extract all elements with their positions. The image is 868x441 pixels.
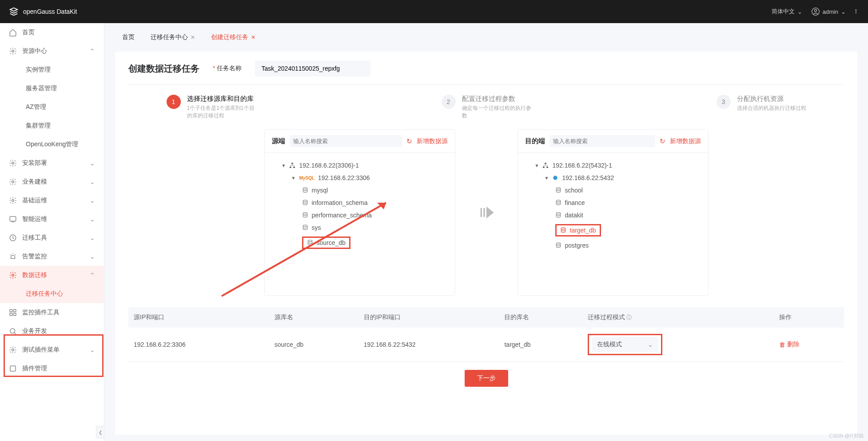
svg-point-21 — [303, 212, 307, 214]
refresh-icon[interactable]: ↻ — [406, 137, 412, 145]
svg-rect-11 — [10, 313, 12, 316]
step-title: 分配执行机资源 — [737, 95, 806, 103]
add-source-link[interactable]: 新增数据源 — [417, 137, 448, 145]
sidebar-item-biz-dev[interactable]: 业务开发 — [0, 322, 104, 341]
target-search-input[interactable] — [549, 135, 655, 147]
chevron-icon: ⌄ — [90, 216, 95, 223]
sidebar-collapse-handle[interactable]: ❮ — [96, 426, 104, 438]
database-icon — [302, 200, 308, 206]
tab-task-center-tab[interactable]: 迁移任务中心✕ — [143, 29, 202, 45]
source-db-node[interactable]: performance_schema — [274, 209, 450, 221]
brand: openGauss DataKit — [9, 7, 77, 16]
chevron-down-icon: ⌄ — [841, 8, 846, 15]
database-icon — [302, 187, 308, 193]
sidebar-item-biz-model[interactable]: 业务建模⌄ — [0, 172, 104, 191]
sidebar-item-resources[interactable]: 资源中心⌃ — [0, 42, 104, 60]
mode-select[interactable]: 在线模式 ⌄ — [592, 337, 658, 352]
user-label: admin — [823, 8, 838, 15]
db-label: performance_schema — [312, 212, 372, 219]
task-name-label: 任务名称 — [213, 64, 242, 72]
menu-icon — [9, 327, 17, 335]
target-host-node[interactable]: ▼ 192.168.6.22(5432)-1 — [527, 159, 704, 172]
sidebar-item-label: 安装部署 — [22, 159, 47, 167]
chevron-icon: ⌄ — [90, 346, 95, 353]
sidebar-item-instance[interactable]: 实例管理 — [0, 60, 104, 79]
sidebar-item-label: 资源中心 — [22, 47, 47, 55]
db-label: information_schema — [312, 199, 368, 206]
sidebar-item-server[interactable]: 服务器管理 — [0, 79, 104, 98]
target-db-node[interactable]: postgres — [527, 239, 704, 252]
db-label: target_db — [570, 227, 596, 234]
task-name-input[interactable] — [255, 60, 370, 76]
sidebar-item-az[interactable]: AZ管理 — [0, 98, 104, 116]
source-db-node[interactable]: sys — [274, 221, 450, 234]
cell-src-ip: 192.168.6.22:3306 — [128, 328, 269, 362]
source-db-node[interactable]: source_db — [274, 234, 450, 252]
sidebar-item-label: 基础运维 — [22, 196, 47, 204]
target-db-node[interactable]: school — [527, 184, 704, 196]
step-1: 1选择迁移源库和目的库1个子任务是1个源库到1个目的库的迁移过程 — [167, 95, 258, 120]
sidebar-item-plugin-mgmt[interactable]: 插件管理 — [0, 359, 104, 378]
sidebar-item-test-plugin[interactable]: 测试插件菜单⌄ — [0, 341, 104, 359]
sitemap-icon — [542, 162, 549, 168]
step-desc: 1个子任务是1个源库到1个目的库的迁移过程 — [187, 104, 258, 120]
step-title: 选择迁移源库和目的库 — [187, 95, 258, 103]
mode-value: 在线模式 — [597, 341, 622, 349]
database-icon — [555, 242, 561, 249]
menu-icon — [9, 365, 17, 373]
delete-button[interactable]: 🗑删除 — [779, 341, 800, 349]
sidebar-item-smart-ops[interactable]: 智能运维⌄ — [0, 210, 104, 229]
sidebar-item-alarm[interactable]: 告警监控⌄ — [0, 247, 104, 266]
sidebar-item-deploy[interactable]: 安装部署⌄ — [0, 154, 104, 172]
sidebar-item-migrate-tools[interactable]: 迁移工具⌄ — [0, 229, 104, 247]
add-target-link[interactable]: 新增数据源 — [670, 137, 701, 145]
svg-point-14 — [12, 349, 14, 351]
source-target-panels: 源端 ↻ 新增数据源 ▼ 192.168.6.22(3306)-1 ▼ — [128, 129, 844, 296]
sidebar-item-openlookeng[interactable]: OpenLooKeng管理 — [0, 135, 104, 154]
menu-icon — [9, 28, 17, 36]
chevron-down-icon: ⌄ — [648, 341, 653, 348]
source-host-label: 192.168.6.22(3306)-1 — [299, 162, 359, 169]
tab-home-tab[interactable]: 首页 — [115, 29, 142, 45]
next-button[interactable]: 下一步 — [465, 370, 508, 387]
trash-icon: 🗑 — [779, 341, 785, 348]
source-conn-node[interactable]: ▼ MySQL 192.168.6.22:3306 — [274, 172, 450, 184]
target-db-node[interactable]: finance — [527, 196, 704, 209]
topbar: openGauss DataKit 简体中文 ⌄ admin ⌄ ⠇ — [0, 0, 868, 23]
sidebar-item-monitor-plugin[interactable]: 监控插件工具 — [0, 303, 104, 322]
sidebar-item-home[interactable]: 首页 — [0, 23, 104, 42]
target-db-node[interactable]: datakit — [527, 209, 704, 221]
language-selector[interactable]: 简体中文 ⌄ — [772, 8, 802, 16]
sidebar-item-cluster[interactable]: 集群管理 — [0, 116, 104, 135]
svg-point-1 — [814, 9, 816, 12]
sidebar-item-migrate-task-center[interactable]: 迁移任务中心 — [0, 285, 104, 303]
target-conn-node[interactable]: ▼ 192.168.6.22:5432 — [527, 172, 704, 184]
source-db-node[interactable]: information_schema — [274, 196, 450, 209]
content-card: 创建数据迁移任务 任务名称 1选择迁移源库和目的库1个子任务是1个源库到1个目的… — [115, 52, 857, 435]
svg-rect-16 — [292, 163, 294, 164]
brand-name: openGauss DataKit — [23, 8, 77, 15]
close-icon[interactable]: ✕ — [251, 34, 255, 40]
source-db-node[interactable]: mysql — [274, 184, 450, 196]
user-menu[interactable]: admin ⌄ — [811, 7, 846, 16]
source-search-input[interactable] — [290, 135, 402, 147]
sidebar-item-data-migrate[interactable]: 数据迁移⌃ — [0, 266, 104, 285]
db-label: source_db — [317, 239, 346, 246]
sidebar-item-base-ops[interactable]: 基础运维⌄ — [0, 191, 104, 210]
svg-point-19 — [303, 188, 307, 189]
close-icon[interactable]: ✕ — [191, 34, 195, 40]
source-host-node[interactable]: ▼ 192.168.6.22(3306)-1 — [274, 159, 450, 172]
watermark: CSDN @IT邦德 — [829, 433, 864, 439]
tab-create-task-tab[interactable]: 创建迁移任务✕ — [204, 29, 263, 45]
refresh-icon[interactable]: ↻ — [660, 137, 665, 145]
svg-point-32 — [556, 243, 560, 245]
opengauss-icon — [552, 175, 558, 181]
step-number: 3 — [717, 95, 731, 109]
col-mode: 迁移过程模式 ⓘ — [582, 307, 774, 328]
tabs: 首页迁移任务中心✕创建迁移任务✕ — [104, 23, 868, 45]
more-icon[interactable]: ⠇ — [855, 8, 859, 15]
cell-src-db: source_db — [269, 328, 358, 362]
target-db-node[interactable]: target_db — [527, 221, 704, 239]
target-panel-title: 目的端 — [525, 137, 545, 145]
help-icon[interactable]: ⓘ — [626, 314, 632, 321]
